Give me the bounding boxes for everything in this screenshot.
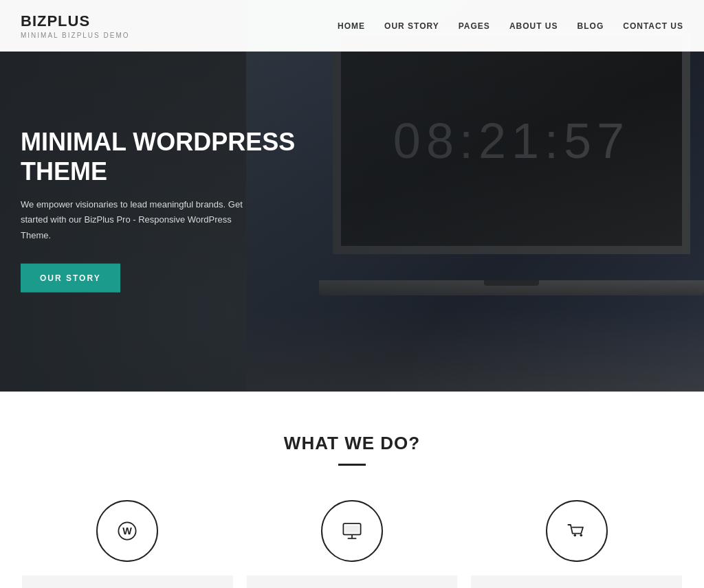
site-header: BIZPLUS MINIMAL BIZPLUS DEMO HOME OUR ST… (0, 0, 704, 52)
hero-section: 08:21:57 MINIMAL WORDPRESS THEME We empo… (0, 0, 704, 392)
svg-point-6 (573, 534, 576, 537)
nav-home[interactable]: HOME (338, 21, 365, 31)
woocommerce-icon-wrap (546, 500, 608, 562)
wordpress-icon: W (115, 519, 140, 543)
what-section-title: WHAT WE DO? (21, 433, 683, 454)
svg-point-7 (580, 534, 582, 537)
main-nav: HOME OUR STORY PAGES ABOUT US BLOG CONTA… (338, 21, 683, 31)
hero-description: We empower visionaries to lead meaningfu… (21, 197, 254, 242)
service-card-wordpress: W WORDPRESS WordPress is a web applicati… (22, 500, 233, 588)
wordpress-icon-wrap: W (96, 500, 158, 562)
services-grid: W WORDPRESS WordPress is a web applicati… (22, 500, 682, 588)
hero-title: MINIMAL WORDPRESS THEME (21, 127, 309, 186)
woocommerce-card-body: WOOCOMMERCE WooCommerce is a free ecomme… (471, 576, 682, 588)
logo-subtitle: MINIMAL BIZPLUS DEMO (21, 32, 130, 39)
what-we-do-section: WHAT WE DO? W WORDPRESS WordPress is a w… (0, 392, 704, 588)
nav-pages[interactable]: PAGES (459, 21, 490, 31)
webdev-card-body: WEB DEVELOMPMENT To change your life on … (247, 576, 458, 588)
service-card-woocommerce: WOOCOMMERCE WooCommerce is a free ecomme… (471, 500, 682, 588)
webdev-icon-wrap (321, 500, 383, 562)
cart-icon (564, 519, 589, 543)
nav-about-us[interactable]: ABOUT US (509, 21, 558, 31)
nav-our-story[interactable]: OUR STORY (384, 21, 439, 31)
logo: BIZPLUS MINIMAL BIZPLUS DEMO (21, 12, 130, 39)
svg-rect-5 (345, 525, 359, 533)
nav-blog[interactable]: BLOG (578, 21, 604, 31)
hero-cta-button[interactable]: OUR STORY (21, 263, 120, 292)
section-divider (338, 464, 366, 466)
svg-text:W: W (123, 525, 133, 536)
wordpress-card-body: WORDPRESS WordPress is a web application… (22, 576, 233, 588)
hero-content: MINIMAL WORDPRESS THEME We empower visio… (21, 100, 309, 293)
monitor-icon (340, 519, 364, 543)
logo-title: BIZPLUS (21, 12, 130, 30)
service-card-webdev: WEB DEVELOMPMENT To change your life on … (247, 500, 458, 588)
nav-contact-us[interactable]: CONTACT US (623, 21, 683, 31)
